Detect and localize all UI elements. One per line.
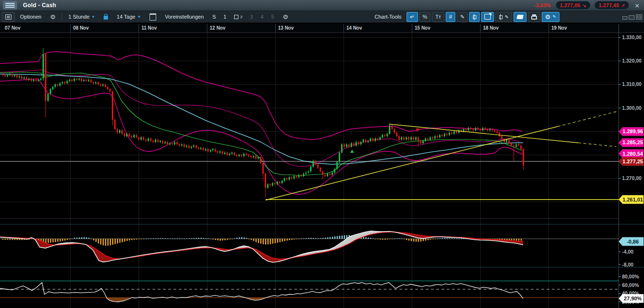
- layout-button-3[interactable]: 3: [247, 12, 256, 22]
- candle-body: [226, 153, 228, 155]
- candle-body: [456, 131, 457, 132]
- layout-gear-icon[interactable]: ⚙: [279, 12, 292, 22]
- gear-icon[interactable]: ⚙: [47, 12, 59, 22]
- candle-body: [418, 138, 419, 141]
- macd-histogram-bar: [301, 239, 302, 239]
- candle-body: [200, 148, 202, 149]
- candle-body: [301, 175, 302, 176]
- calendar-icon[interactable]: [146, 12, 160, 22]
- candle-body: [4, 75, 6, 76]
- candle-body: [360, 142, 362, 144]
- macd-histogram-bar: [96, 239, 97, 242]
- macd-histogram-bar: [69, 239, 70, 239]
- macd-histogram-bar: [514, 239, 515, 240]
- undo-icon[interactable]: ↵: [407, 12, 418, 22]
- minimize-icon[interactable]: [623, 16, 627, 20]
- macd-histogram-bar: [272, 239, 273, 244]
- macd-histogram-bar: [459, 239, 460, 239]
- layout-button-2[interactable]: 2: [231, 12, 246, 22]
- range-dropdown[interactable]: 14 Tage▼: [113, 12, 144, 22]
- macd-histogram-bar: [170, 238, 171, 239]
- crosshair-grid-icon[interactable]: #: [446, 12, 455, 22]
- candle-body: [76, 79, 77, 80]
- layout-button-5[interactable]: 5: [268, 12, 278, 22]
- macd-histogram-bar: [232, 239, 233, 239]
- lock-icon[interactable]: [100, 12, 111, 22]
- candle-body: [74, 79, 75, 81]
- macd-histogram-bar: [215, 239, 216, 240]
- text-size-icon[interactable]: Tᴛ: [432, 12, 444, 22]
- macd-histogram-bar: [399, 238, 400, 239]
- date-label: 08 Nov: [73, 25, 89, 31]
- macd-histogram-bar: [88, 238, 89, 239]
- close-icon[interactable]: ×: [635, 2, 639, 9]
- candle-body: [9, 74, 11, 75]
- macd-histogram-bar: [179, 238, 180, 239]
- candle-body: [33, 80, 34, 81]
- date-label: 11 Nov: [141, 25, 157, 31]
- candle-body: [117, 129, 118, 132]
- macd-histogram-bar: [342, 235, 343, 239]
- candle-body: [303, 174, 304, 176]
- interval-dropdown[interactable]: 1 Stunde▼: [65, 12, 98, 22]
- candle-body: [444, 134, 445, 136]
- macd-histogram-bar: [93, 239, 94, 240]
- layout-button-4[interactable]: 4: [258, 12, 267, 22]
- eraser-icon[interactable]: [514, 12, 526, 22]
- presets-button[interactable]: Voreinstellungen: [161, 12, 207, 22]
- candle-body: [296, 176, 297, 177]
- menu-icon[interactable]: [3, 1, 17, 10]
- macd-histogram-bar: [103, 239, 104, 245]
- candlestick-type-icon[interactable]: [469, 12, 480, 22]
- candle-body: [78, 79, 80, 80]
- sell-price-button[interactable]: 1.277,05 ↘: [556, 1, 590, 10]
- macd-histogram-bar: [158, 238, 159, 239]
- candle-body: [258, 157, 259, 158]
- macd-histogram-bar: [444, 238, 445, 239]
- macd-histogram-bar: [248, 239, 249, 239]
- candle-body: [174, 142, 175, 144]
- macd-histogram-bar: [294, 239, 295, 240]
- options-button[interactable]: Optionen: [17, 12, 45, 22]
- candle-body: [277, 182, 278, 184]
- candle-body: [434, 136, 436, 138]
- macd-histogram-bar: [146, 239, 147, 239]
- restore-icon[interactable]: [629, 15, 634, 20]
- macd-histogram-bar: [220, 239, 221, 241]
- macd-histogram-bar: [428, 239, 429, 240]
- candle-body: [348, 144, 350, 147]
- candle-body: [403, 138, 405, 140]
- list-view-icon[interactable]: [2, 12, 15, 22]
- candle-body: [250, 156, 252, 157]
- candle-body: [136, 135, 137, 138]
- layout-button-1[interactable]: 1: [220, 12, 230, 22]
- macd-histogram-bar: [327, 237, 328, 239]
- popout-icon[interactable]: [636, 14, 642, 20]
- chart-settings-icon[interactable]: ⚙✎: [542, 12, 559, 22]
- candle-body: [501, 136, 503, 139]
- chart-canvas[interactable]: 07 Nov08 Nov11 Nov12 Nov13 Nov14 Nov15 N…: [0, 23, 644, 308]
- draw-icon[interactable]: ✎: [457, 12, 468, 22]
- candle-body: [496, 131, 498, 132]
- macd-histogram-bar: [160, 238, 161, 239]
- percent-scale-icon[interactable]: %: [419, 12, 431, 22]
- candle-body: [386, 134, 388, 136]
- macd-histogram-bar: [425, 239, 426, 241]
- buy-price-button[interactable]: 1.277,45 ↗: [594, 1, 629, 10]
- macd-histogram-bar: [518, 239, 519, 241]
- candle-body: [415, 138, 417, 140]
- candle-body: [255, 156, 257, 159]
- chart-layout-icon[interactable]: [481, 12, 494, 22]
- edit-indicators-icon[interactable]: ✎: [495, 12, 512, 22]
- candle-body: [413, 138, 414, 140]
- macd-histogram-bar: [279, 239, 280, 242]
- candle-body: [107, 87, 108, 89]
- print-icon[interactable]: [528, 12, 540, 22]
- price-badge-label: 27,90%: [624, 296, 642, 301]
- macd-histogram-bar: [86, 237, 87, 239]
- candle-body: [43, 54, 44, 79]
- macd-histogram-bar: [143, 239, 144, 239]
- layout-button-s[interactable]: S: [209, 12, 219, 22]
- candle-body: [523, 149, 524, 165]
- macd-histogram-bar: [401, 238, 402, 239]
